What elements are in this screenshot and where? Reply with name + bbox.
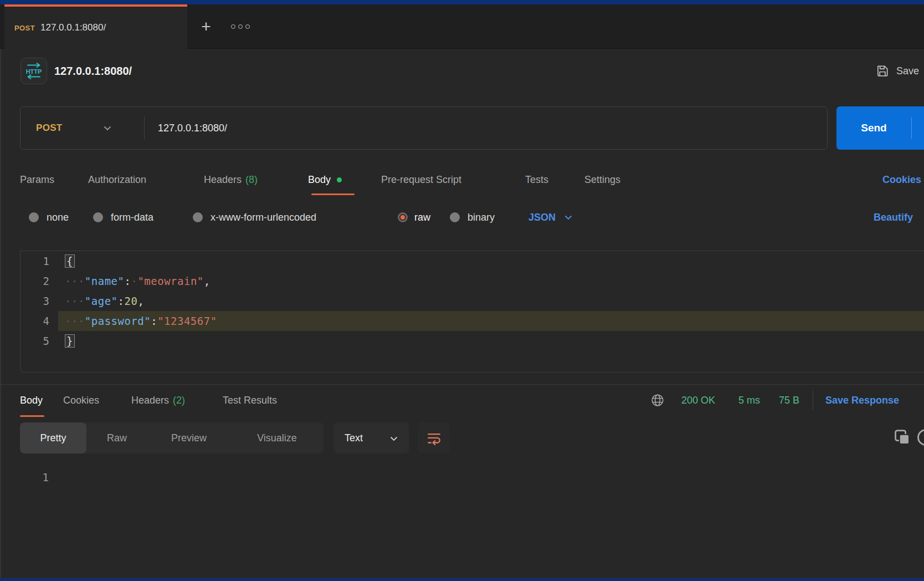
response-meta-divider bbox=[813, 390, 813, 410]
editor-line-number: 3 bbox=[20, 291, 58, 311]
tab-authorization[interactable]: Authorization bbox=[88, 167, 146, 192]
view-tab-pretty[interactable]: Pretty bbox=[20, 422, 86, 453]
radio-selected-icon bbox=[398, 212, 408, 222]
editor-line[interactable]: 3···"age":20, bbox=[20, 291, 924, 311]
request-title: 127.0.0.1:8080/ bbox=[54, 58, 132, 84]
method-select-value[interactable]: POST bbox=[20, 123, 104, 134]
radio-form-data-label[interactable]: form-data bbox=[111, 205, 153, 230]
editor-line-number: 4 bbox=[20, 311, 58, 331]
pane-left-divider bbox=[0, 49, 1, 578]
response-tab-body[interactable]: Body bbox=[20, 388, 43, 412]
response-format-value: Text bbox=[345, 432, 363, 444]
editor-line-content: ···"age":20, bbox=[58, 291, 924, 311]
window-accent-bar bbox=[0, 0, 924, 4]
editor-line-content: } bbox=[58, 331, 924, 351]
editor-line[interactable]: 4···"password":"1234567" bbox=[20, 311, 924, 331]
radio-raw[interactable] bbox=[398, 205, 408, 230]
active-tab-underline bbox=[311, 193, 355, 195]
response-headers-count-badge: (2) bbox=[173, 395, 185, 406]
response-tab-headers[interactable]: Headers (2) bbox=[131, 388, 185, 412]
window-bottom-accent-bar bbox=[0, 578, 924, 581]
radio-icon bbox=[29, 212, 39, 222]
radio-none[interactable] bbox=[29, 205, 39, 230]
view-tab-visualize[interactable]: Visualize bbox=[230, 422, 324, 453]
format-chevron-down-icon bbox=[390, 432, 398, 444]
response-format-select[interactable]: Text bbox=[333, 422, 409, 453]
request-tab[interactable]: POST 127.0.0.1:8080/ bbox=[4, 4, 187, 49]
globe-icon bbox=[650, 393, 665, 407]
response-time-badge[interactable]: 5 ms bbox=[738, 388, 760, 412]
radio-x-www-form-urlencoded[interactable] bbox=[193, 205, 203, 230]
copy-icon bbox=[893, 428, 912, 447]
wrap-lines-button[interactable] bbox=[418, 422, 450, 453]
new-tab-button[interactable]: + bbox=[194, 14, 218, 39]
url-input[interactable]: 127.0.0.1:8080/ bbox=[158, 123, 227, 134]
dot-icon bbox=[245, 24, 250, 29]
radio-icon bbox=[93, 212, 103, 222]
url-bar: POST 127.0.0.1:8080/ bbox=[20, 106, 828, 150]
dot-icon bbox=[238, 24, 243, 29]
response-view-switcher: Pretty Raw Preview Visualize bbox=[20, 422, 324, 453]
radio-binary-label[interactable]: binary bbox=[468, 205, 495, 230]
cookies-link[interactable]: Cookies bbox=[882, 167, 921, 192]
radio-form-data[interactable] bbox=[93, 205, 103, 230]
editor-line-content: ···"name":·"meowrain", bbox=[58, 271, 924, 291]
tab-pre-request-script[interactable]: Pre-request Script bbox=[381, 167, 461, 192]
request-body-editor[interactable]: 1{2···"name":·"meowrain",3···"age":20,4·… bbox=[20, 251, 924, 373]
floppy-disk-icon bbox=[875, 64, 890, 78]
search-response-icon[interactable] bbox=[917, 429, 924, 446]
save-response-link[interactable]: Save Response bbox=[825, 388, 899, 412]
radio-icon bbox=[193, 212, 203, 222]
request-response-divider[interactable] bbox=[0, 384, 924, 385]
radio-raw-label[interactable]: raw bbox=[414, 205, 430, 230]
more-tabs-button[interactable] bbox=[226, 14, 255, 39]
editor-line[interactable]: 2···"name":·"meowrain", bbox=[20, 271, 924, 291]
tab-params[interactable]: Params bbox=[20, 167, 54, 192]
tab-settings[interactable]: Settings bbox=[584, 167, 620, 192]
response-line-number: 1 bbox=[20, 467, 58, 487]
editor-line[interactable]: 5} bbox=[20, 331, 924, 351]
radio-none-label[interactable]: none bbox=[47, 205, 69, 230]
radio-binary[interactable] bbox=[450, 205, 460, 230]
view-tab-preview[interactable]: Preview bbox=[147, 422, 230, 453]
http-protocol-badge: HTTP bbox=[20, 58, 47, 84]
http-icon: HTTP bbox=[23, 60, 45, 82]
editor-line-number: 5 bbox=[20, 331, 58, 351]
language-select-value: JSON bbox=[528, 212, 556, 223]
language-select[interactable]: JSON bbox=[528, 205, 572, 230]
editor-line-number: 2 bbox=[20, 271, 58, 291]
network-info-button[interactable] bbox=[650, 388, 665, 412]
response-active-tab-underline bbox=[20, 415, 44, 417]
save-button[interactable]: Save bbox=[875, 62, 919, 80]
radio-x-www-form-urlencoded-label[interactable]: x-www-form-urlencoded bbox=[211, 205, 316, 230]
tab-headers[interactable]: Headers (8) bbox=[204, 167, 258, 192]
status-badge[interactable]: 200 OK bbox=[681, 388, 715, 412]
send-button-label: Send bbox=[836, 106, 911, 150]
tab-url-label: 127.0.0.1:8080/ bbox=[40, 22, 106, 33]
dot-icon bbox=[231, 24, 235, 29]
view-tab-raw[interactable]: Raw bbox=[86, 422, 147, 453]
beautify-link[interactable]: Beautify bbox=[874, 205, 913, 230]
response-tab-cookies[interactable]: Cookies bbox=[63, 388, 99, 412]
editor-line-content: { bbox=[58, 251, 924, 271]
tab-body[interactable]: Body bbox=[308, 167, 342, 192]
tab-strip: POST 127.0.0.1:8080/ + bbox=[0, 4, 924, 49]
tab-method-label: POST bbox=[14, 24, 35, 32]
send-split-divider bbox=[911, 118, 912, 139]
method-chevron-down-icon[interactable] bbox=[104, 123, 131, 133]
radio-icon bbox=[450, 212, 460, 222]
svg-text:HTTP: HTTP bbox=[26, 68, 42, 75]
language-chevron-down-icon bbox=[564, 212, 572, 222]
editor-line[interactable]: 1{ bbox=[20, 251, 924, 271]
body-modified-dot-icon bbox=[337, 177, 342, 182]
headers-count-badge: (8) bbox=[245, 174, 258, 186]
response-body-area[interactable]: 1 bbox=[20, 467, 58, 487]
response-tab-test-results[interactable]: Test Results bbox=[223, 388, 277, 412]
send-button[interactable]: Send bbox=[836, 106, 924, 150]
editor-line-content: ···"password":"1234567" bbox=[58, 311, 924, 331]
editor-line-number: 1 bbox=[20, 251, 58, 271]
plus-icon: + bbox=[201, 17, 211, 36]
copy-response-button[interactable] bbox=[893, 428, 912, 447]
response-size-badge[interactable]: 75 B bbox=[779, 388, 799, 412]
tab-tests[interactable]: Tests bbox=[525, 167, 548, 192]
